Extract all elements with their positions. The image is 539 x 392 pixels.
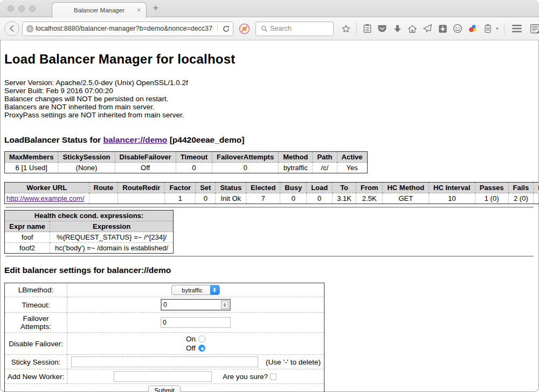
col-fails: Fails [508, 183, 534, 193]
cell-hc-method: GET [383, 193, 429, 204]
form-row-submit: Submit [5, 384, 324, 392]
sticky-session-note: (Use '-' to delete) [266, 358, 322, 366]
col-disablefailover: DisableFailover [115, 152, 176, 163]
search-input[interactable] [269, 24, 323, 33]
worker-url-link[interactable]: http://www.example.com/ [6, 194, 85, 202]
failover-attempts-label: Failover Attempts: [5, 313, 67, 333]
table-header-row: MaxMembers StickySession DisableFailover… [5, 152, 368, 163]
col-stickysession: StickySession [58, 152, 115, 163]
worker-table: Worker URL Route RouteRedir Factor Set S… [4, 182, 539, 204]
cell-hc-uri [534, 193, 539, 204]
cell-passes: 1 (0) [475, 193, 508, 204]
table-row: 6 [1 Used] (None) Off 0 0 bytraffic /c/ … [5, 163, 368, 173]
tab-balancer-manager[interactable]: Balancer Manager × [52, 2, 147, 18]
notice-persist: Balancer changes will NOT be persisted o… [4, 95, 535, 103]
table-title-row: Health check cond. expressions: [5, 211, 174, 221]
disable-failover-label: Disable Failover: [5, 333, 67, 355]
col-expr-name: Expr name [5, 221, 50, 232]
toolbar-separator [356, 23, 357, 34]
feedback-smiley-icon[interactable] [453, 24, 462, 33]
worker-row: http://www.example.com/ 1 0 Init Ok 7 0 … [5, 193, 539, 204]
cell-path: /c/ [313, 163, 337, 173]
lbmethod-select[interactable]: bytraffic [171, 285, 219, 295]
edit-balancer-form: LBmethod: bytraffic Timeout: [4, 283, 324, 392]
tab-close-icon[interactable]: × [137, 6, 141, 14]
col-hc-interval: HC Interval [429, 183, 475, 193]
back-arrow-icon [8, 24, 16, 33]
disable-failover-on-radio[interactable] [198, 335, 205, 342]
failover-attempts-input[interactable] [161, 317, 231, 328]
timeout-input-wrap [161, 299, 231, 311]
menu-hamburger-icon[interactable] [511, 24, 523, 33]
dropdown-caret-icon[interactable]: ▾ [496, 26, 499, 31]
cell-hc-interval: 10 [429, 193, 475, 204]
server-info: Server Version: Apache/2.5.0-dev (Unix) … [4, 79, 535, 119]
cell-expression: hc('body') =~ /domain is established/ [50, 243, 174, 254]
status-heading-prefix: LoadBalancer Status for [4, 135, 103, 144]
are-you-sure-checkbox[interactable] [270, 374, 277, 380]
table-row: foof %{REQUEST_STATUS} =~ /^[234]/ [5, 232, 174, 243]
page-content: Load Balancer Manager for localhost Serv… [0, 51, 539, 392]
close-window-button[interactable] [8, 5, 14, 12]
timeout-input[interactable] [162, 301, 221, 309]
disable-failover-off-radio[interactable] [198, 345, 205, 352]
extension-download-icon[interactable] [438, 24, 447, 33]
col-elected: Elected [246, 183, 280, 193]
browser-window: Balancer Manager × + [0, 0, 539, 392]
toolbar-right-group [504, 23, 539, 34]
cell-failoverattempts: 0 [212, 163, 278, 173]
new-tab-button[interactable]: + [153, 3, 158, 13]
cell-fails: 2 (0) [508, 193, 534, 204]
sidebars-icon[interactable] [529, 24, 539, 33]
url-bar[interactable] [22, 22, 233, 36]
table-header-row: Expr name Expression [5, 221, 174, 232]
send-page-icon[interactable] [423, 24, 432, 33]
cell-expression: %{REQUEST_STATUS} =~ /^[234]/ [50, 232, 174, 243]
number-spinner[interactable] [221, 300, 229, 309]
col-path: Path [313, 152, 337, 163]
balancer-demo-link[interactable]: balancer://demo [103, 135, 167, 144]
downloads-icon[interactable] [392, 24, 402, 33]
form-row-timeout: Timeout: [5, 297, 324, 313]
cell-expr-name: foof2 [5, 243, 50, 254]
window-controls[interactable] [8, 5, 36, 12]
reload-icon[interactable] [221, 24, 231, 33]
url-input[interactable] [34, 24, 214, 33]
bookmarks-clipboard-icon[interactable] [362, 24, 372, 33]
form-row-failover-attempts: Failover Attempts: [5, 313, 324, 333]
minimize-window-button[interactable] [18, 5, 25, 12]
sticky-session-input[interactable] [71, 356, 258, 367]
lbmethod-selected-value: bytraffic [172, 287, 210, 293]
pocket-icon[interactable] [377, 24, 387, 33]
col-active: Active [337, 152, 367, 163]
container-extension-icon[interactable] [483, 24, 493, 33]
tab-title: Balancer Manager [74, 7, 125, 13]
back-button[interactable] [4, 21, 19, 36]
cell-from: 2.5K [356, 193, 383, 204]
radio-on-label: On [186, 335, 196, 343]
section-divider [5, 207, 534, 208]
add-worker-input[interactable] [114, 371, 212, 382]
search-bar[interactable] [255, 22, 334, 36]
plugin-blocked-icon[interactable] [239, 23, 250, 34]
navigation-toolbar: ▾ [0, 17, 539, 40]
col-status: Status [216, 183, 246, 193]
cell-disablefailover: Off [115, 163, 176, 173]
cell-set: 0 [196, 193, 216, 204]
submit-button[interactable]: Submit [148, 386, 180, 392]
section-divider [5, 256, 534, 257]
bookmark-star-icon[interactable] [341, 24, 351, 33]
server-version: Server Version: Apache/2.5.0-dev (Unix) … [4, 79, 535, 87]
colored-dots-extension-icon[interactable] [468, 24, 478, 33]
zoom-window-button[interactable] [29, 5, 36, 12]
col-set: Set [196, 183, 216, 193]
col-passes: Passes [475, 183, 508, 193]
select-chevrons-icon [210, 285, 219, 295]
col-hc-method: HC Method [383, 183, 429, 193]
col-to: To [333, 183, 356, 193]
home-icon[interactable] [407, 24, 417, 33]
globe-icon [25, 24, 34, 33]
status-heading-suffix: [p4420eeae_demo] [167, 135, 244, 144]
form-row-lbmethod: LBmethod: bytraffic [5, 283, 324, 297]
col-maxmembers: MaxMembers [5, 152, 58, 163]
